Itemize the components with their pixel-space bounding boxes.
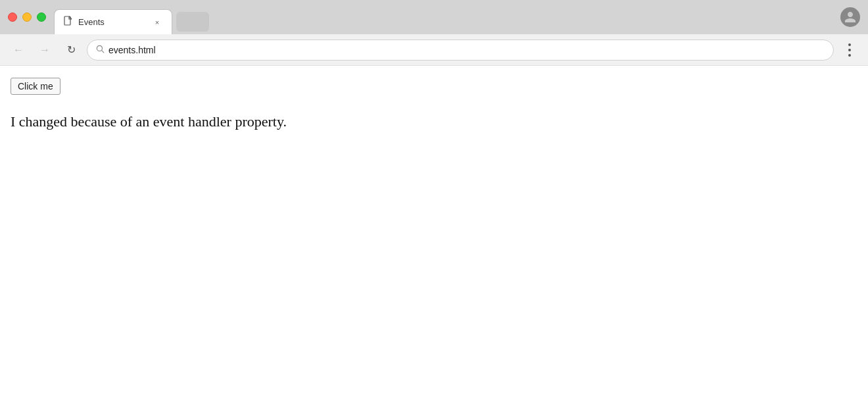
tab-page-icon [64,16,73,28]
address-text: events.html [108,45,825,55]
active-tab[interactable]: Events × [54,9,172,34]
profile-icon[interactable] [840,7,860,27]
search-icon [95,44,105,55]
minimize-window-button[interactable] [22,13,32,22]
title-bar: Events × [0,0,868,34]
maximize-window-button[interactable] [37,13,46,22]
reload-icon: ↻ [67,43,76,56]
page-body-text: I changed because of an event handler pr… [11,113,857,130]
reload-button[interactable]: ↻ [60,40,82,61]
tabs-area: Events × [54,0,840,34]
svg-line-2 [102,51,104,53]
close-window-button[interactable] [8,13,17,22]
menu-dot-3 [848,54,851,57]
click-me-button[interactable]: Click me [11,78,60,95]
forward-icon: → [39,44,50,56]
tab-close-button[interactable]: × [152,17,162,28]
menu-dot-2 [848,49,851,51]
new-tab-placeholder [176,12,209,32]
forward-button[interactable]: → [34,40,55,61]
nav-bar: ← → ↻ events.html [0,34,868,66]
page-content: Click me I changed because of an event h… [0,66,868,395]
back-icon: ← [13,44,24,56]
svg-rect-0 [64,16,70,25]
menu-dot-1 [848,43,851,46]
browser-menu-button[interactable] [839,40,860,61]
tab-title: Events [78,17,147,27]
traffic-lights [8,13,46,22]
address-bar[interactable]: events.html [87,40,834,61]
back-button[interactable]: ← [8,40,29,61]
